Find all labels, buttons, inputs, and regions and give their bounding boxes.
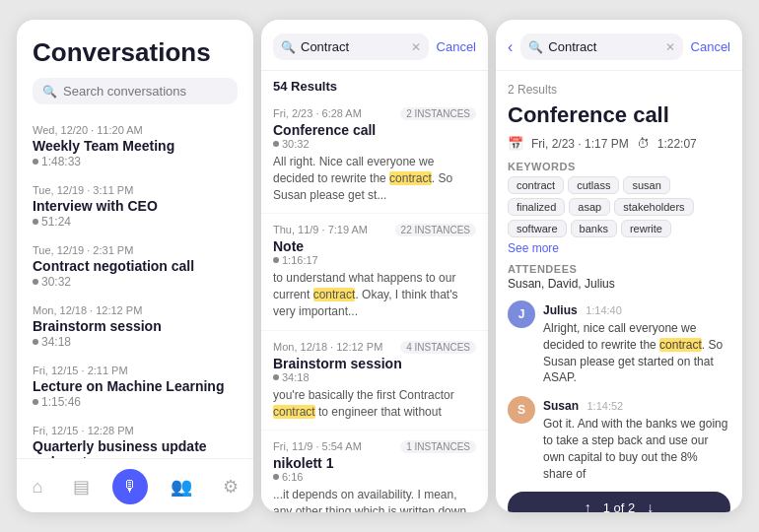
dot-icon (33, 339, 38, 345)
next-arrow[interactable]: ↓ (647, 499, 654, 512)
result-meta: Fri, 2/23 · 6:28 AM 2 INSTANCES (273, 107, 476, 120)
result-meta: Fri, 11/9 · 5:54 AM 1 INSTANCES (273, 440, 476, 453)
back-arrow-icon[interactable]: ‹ (508, 38, 513, 56)
dot-icon (273, 374, 279, 380)
dot-icon (33, 279, 38, 285)
mid-search-input[interactable] (301, 39, 406, 54)
right-search-input[interactable] (548, 39, 659, 54)
conv-duration: 1:48:33 (33, 155, 238, 168)
result-meta: Thu, 11/9 · 7:19 AM 22 INSTANCES (273, 224, 476, 236)
mic-icon[interactable]: 🎙 (112, 469, 148, 504)
result-item[interactable]: Mon, 12/18 · 12:12 PM 4 INSTANCES Brains… (261, 331, 488, 432)
conv-title: Weekly Team Meeting (33, 138, 238, 154)
result-item[interactable]: Fri, 2/23 · 6:28 AM 2 INSTANCES Conferen… (261, 98, 488, 214)
speaker-name: Julius (543, 303, 578, 317)
result-meta: Mon, 12/18 · 12:12 PM 4 INSTANCES (273, 341, 476, 354)
avatar: J (508, 300, 535, 328)
conversation-item[interactable]: Wed, 12/20 · 11:20 AM Weekly Team Meetin… (17, 116, 253, 176)
page-title: Conversations (33, 37, 238, 68)
search-icon: 🔍 (42, 85, 57, 99)
see-more-link[interactable]: See more (508, 241, 730, 255)
avatar: S (508, 396, 535, 424)
nav-controls: ↑ 1 of 2 ↓ (508, 492, 730, 512)
speaker-time: 1:14:40 (586, 304, 622, 316)
attendees-names: Susan, David, Julius (508, 277, 730, 291)
transcript-item: J Julius 1:14:40 Alright, nice call ever… (508, 300, 730, 386)
right-results-count: 2 Results (508, 83, 730, 97)
result-date: Fri, 2/23 · 6:28 AM (273, 107, 362, 119)
conversation-item[interactable]: Mon, 12/18 · 12:12 PM Brainstorm session… (17, 297, 253, 357)
conv-title: Lecture on Machine Learning (33, 378, 238, 394)
prev-arrow[interactable]: ↑ (585, 499, 591, 512)
people-icon[interactable]: 👥 (163, 472, 200, 501)
search-icon: 🔍 (528, 40, 543, 54)
transcript-body: Julius 1:14:40 Alright, nice call everyo… (543, 300, 730, 386)
right-date-row: 📅 Fri, 2/23 · 1:17 PM ⏱ 1:22:07 (508, 136, 730, 151)
highlight-word: contract (659, 338, 702, 352)
keywords-section: KEYWORDS contractcutlasssusanfinalizedas… (508, 161, 730, 255)
keyword-tag[interactable]: contract (508, 176, 564, 194)
right-duration: 1:22:07 (657, 137, 697, 151)
result-instances: 1 INSTANCES (400, 440, 476, 453)
mid-header: 🔍 ✕ Cancel (261, 20, 488, 71)
conv-title: Brainstorm session (33, 318, 238, 334)
left-header: Conversations 🔍 (17, 20, 253, 112)
keyword-tag[interactable]: susan (623, 176, 669, 194)
attendees-section: ATTENDEES Susan, David, Julius (508, 263, 730, 291)
clock-icon: ⏱ (637, 136, 650, 151)
calendar-icon: 📅 (508, 136, 523, 151)
result-instances: 4 INSTANCES (400, 341, 476, 354)
settings-icon[interactable]: ⚙ (215, 472, 246, 501)
right-search-box[interactable]: 🔍 ✕ (520, 33, 682, 60)
result-item[interactable]: Fri, 11/9 · 5:54 AM 1 INSTANCES nikolett… (261, 431, 488, 512)
keyword-tag[interactable]: finalized (508, 198, 565, 216)
highlight-word: contract (273, 405, 315, 419)
keyword-tag[interactable]: asap (569, 198, 610, 216)
dot-icon (273, 141, 279, 147)
result-instances: 2 INSTANCES (400, 107, 476, 120)
result-item[interactable]: Thu, 11/9 · 7:19 AM 22 INSTANCES Note 1:… (261, 214, 488, 330)
conversation-item[interactable]: Tue, 12/19 · 2:31 PM Contract negotiatio… (17, 236, 253, 297)
search-box[interactable]: 🔍 (33, 78, 238, 104)
conv-title: Interview with CEO (33, 198, 238, 214)
keyword-tag[interactable]: software (508, 220, 567, 237)
result-title: Note (273, 238, 476, 254)
mid-panel: 🔍 ✕ Cancel 54 Results Fri, 2/23 · 6:28 A… (261, 20, 488, 512)
clear-icon[interactable]: ✕ (665, 40, 675, 54)
bottom-nav: ⌂ ▤ 🎙 👥 ⚙ (17, 458, 253, 512)
left-panel: Conversations 🔍 Wed, 12/20 · 11:20 AM We… (17, 20, 253, 512)
keyword-tag[interactable]: cutlass (568, 176, 619, 194)
conversation-item[interactable]: Fri, 12/15 · 2:11 PM Lecture on Machine … (17, 357, 253, 417)
search-input[interactable] (63, 84, 228, 99)
conv-duration: 1:15:46 (33, 395, 238, 409)
result-title: Conference call (273, 122, 476, 138)
keyword-tag[interactable]: banks (571, 220, 617, 237)
transcript-item: S Susan 1:14:52 Got it. And with the ban… (508, 396, 730, 482)
right-title: Conference call (508, 102, 730, 128)
conv-duration: 34:18 (33, 335, 238, 349)
clear-icon[interactable]: ✕ (411, 40, 421, 54)
transcript-area: J Julius 1:14:40 Alright, nice call ever… (508, 300, 730, 482)
result-snippet: to understand what happens to our curren… (273, 270, 476, 319)
conv-date: Mon, 12/18 · 12:12 PM (33, 304, 238, 316)
cancel-button[interactable]: Cancel (691, 39, 730, 54)
right-date: Fri, 2/23 · 1:17 PM (531, 137, 629, 151)
nav-counter: 1 of 2 (603, 500, 636, 512)
right-header: ‹ 🔍 ✕ Cancel (496, 20, 742, 71)
speaker-name: Susan (543, 399, 579, 413)
cancel-button[interactable]: Cancel (437, 39, 476, 54)
home-icon[interactable]: ⌂ (24, 473, 50, 501)
conversation-item[interactable]: Tue, 12/19 · 3:11 PM Interview with CEO … (17, 176, 253, 236)
list-icon[interactable]: ▤ (65, 472, 98, 501)
keyword-tag[interactable]: rewrite (621, 220, 671, 237)
conversation-item[interactable]: Fri, 12/15 · 12:28 PM Quarterly business… (17, 417, 253, 458)
mid-search-box[interactable]: 🔍 ✕ (273, 33, 429, 60)
keyword-tag[interactable]: stakeholders (614, 198, 693, 216)
result-date: Mon, 12/18 · 12:12 PM (273, 341, 382, 353)
transcript-text: Alright, nice call everyone we decided t… (543, 320, 730, 386)
conv-date: Wed, 12/20 · 11:20 AM (33, 124, 238, 136)
dot-icon (273, 474, 279, 480)
result-dur: 6:16 (273, 471, 476, 483)
dot-icon (33, 399, 38, 405)
keywords-label: KEYWORDS (508, 161, 730, 172)
